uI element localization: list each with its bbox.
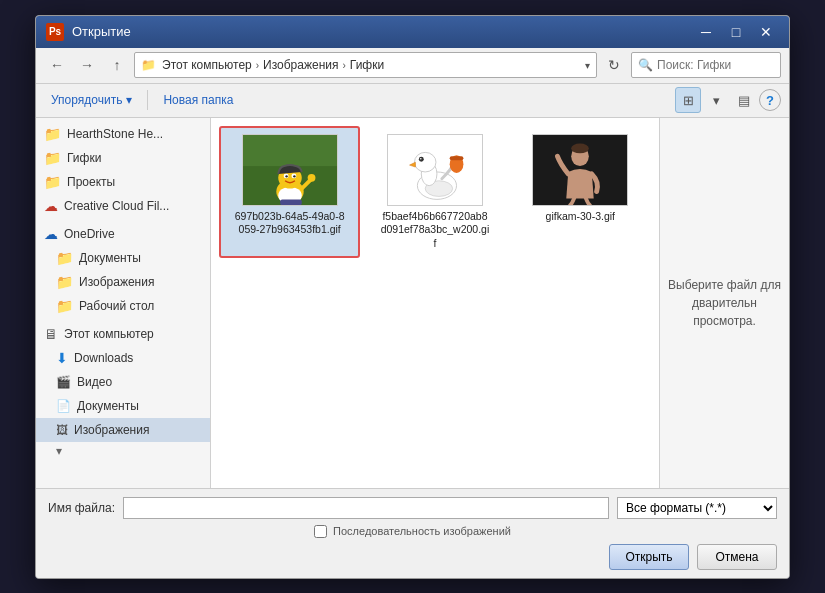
onedrive-icon: ☁ <box>44 226 58 242</box>
breadcrumb[interactable]: 📁 Этот компьютер › Изображения › Гифки ▾ <box>134 52 597 78</box>
breadcrumb-item-3[interactable]: Гифки <box>350 58 384 72</box>
dialog-wrapper: Ps Открытие ─ □ ✕ ← → ↑ 📁 Этот компьютер… <box>35 15 790 579</box>
folder-icon: 📁 <box>44 174 61 190</box>
new-folder-button[interactable]: Новая папка <box>156 90 240 110</box>
open-button[interactable]: Открыть <box>609 544 689 570</box>
folder-icon: 📁 <box>56 250 73 266</box>
action-separator <box>147 90 148 110</box>
button-row: Открыть Отмена <box>48 544 777 570</box>
file-thumbnail-1 <box>242 134 338 206</box>
filename-label: Имя файла: <box>48 501 115 515</box>
breadcrumb-item-1[interactable]: Этот компьютер <box>162 58 252 72</box>
sidebar-item-label: OneDrive <box>64 227 115 241</box>
thumbnail-view-button[interactable]: ⊞ <box>675 87 701 113</box>
details-view-button[interactable]: ▤ <box>731 87 757 113</box>
svg-point-16 <box>414 152 436 172</box>
sequence-label: Последовательность изображений <box>333 525 511 537</box>
creative-cloud-icon: ☁ <box>44 198 58 214</box>
title-bar-controls: ─ □ ✕ <box>693 22 779 42</box>
sidebar-item-hearthstone[interactable]: 📁 HearthStone He... <box>36 122 210 146</box>
filetype-select[interactable]: Все форматы (*.*) <box>617 497 777 519</box>
images-icon: 🖼 <box>56 423 68 437</box>
sidebar-item-label: Проекты <box>67 175 115 189</box>
sidebar-item-images-pc[interactable]: 🖼 Изображения <box>36 418 210 442</box>
file-item-3[interactable]: gifkam-30-3.gif <box>510 126 651 259</box>
filename-row: Имя файла: Все форматы (*.*) <box>48 497 777 519</box>
folder-icon: 📁 <box>44 150 61 166</box>
back-button[interactable]: ← <box>44 52 70 78</box>
maximize-button[interactable]: □ <box>723 22 749 42</box>
file-item-2[interactable]: f5baef4b6b667720ab8d091ef78a3bc_w200.gif <box>364 126 505 259</box>
close-button[interactable]: ✕ <box>753 22 779 42</box>
sidebar: 📁 HearthStone He... 📁 Гифки 📁 Проекты ☁ … <box>36 118 211 488</box>
svg-rect-20 <box>450 156 464 160</box>
download-icon: ⬇ <box>56 350 68 366</box>
ps-icon: Ps <box>46 23 64 41</box>
open-dialog: Ps Открытие ─ □ ✕ ← → ↑ 📁 Этот компьютер… <box>35 15 790 579</box>
file-item-1[interactable]: 697b023b-64a5-49a0-8059-27b963453fb1.gif <box>219 126 360 259</box>
help-button[interactable]: ? <box>759 89 781 111</box>
minimize-button[interactable]: ─ <box>693 22 719 42</box>
docs-icon: 📄 <box>56 399 71 413</box>
sidebar-item-label: Этот компьютер <box>64 327 154 341</box>
organize-button[interactable]: Упорядочить ▾ <box>44 90 139 110</box>
svg-point-9 <box>293 175 295 177</box>
sidebar-item-projects[interactable]: 📁 Проекты <box>36 170 210 194</box>
checkbox-row: Последовательность изображений <box>48 525 777 538</box>
file-name-3: gifkam-30-3.gif <box>546 210 615 224</box>
sidebar-item-creative-cloud[interactable]: ☁ Creative Cloud Fil... <box>36 194 210 218</box>
filename-input[interactable] <box>123 497 609 519</box>
view-controls: ⊞ ▾ ▤ ? <box>675 87 781 113</box>
file-thumbnail-3 <box>532 134 628 206</box>
folder-icon: 📁 <box>44 126 61 142</box>
svg-point-23 <box>572 143 590 153</box>
action-bar: Упорядочить ▾ Новая папка ⊞ ▾ ▤ ? <box>36 84 789 118</box>
sidebar-item-label: Документы <box>79 251 141 265</box>
title-bar: Ps Открытие ─ □ ✕ <box>36 16 789 48</box>
folder-icon: 📁 <box>56 298 73 314</box>
folder-icon: 📁 <box>56 274 73 290</box>
svg-point-8 <box>285 175 287 177</box>
sequence-checkbox[interactable] <box>314 525 327 538</box>
svg-point-18 <box>420 157 422 159</box>
sidebar-item-label: Гифки <box>67 151 101 165</box>
sidebar-item-label: Документы <box>77 399 139 413</box>
sidebar-item-documents-od[interactable]: 📁 Документы <box>36 246 210 270</box>
sidebar-item-gifki[interactable]: 📁 Гифки <box>36 146 210 170</box>
view-dropdown-button[interactable]: ▾ <box>703 87 729 113</box>
sidebar-item-desktop-od[interactable]: 📁 Рабочий стол <box>36 294 210 318</box>
preview-panel: Выберите файл для дварительн просмотра. <box>659 118 789 488</box>
file-thumbnail-2 <box>387 134 483 206</box>
organize-label: Упорядочить <box>51 93 122 107</box>
refresh-button[interactable]: ↻ <box>601 52 627 78</box>
search-icon: 🔍 <box>638 58 653 72</box>
bottom-bar: Имя файла: Все форматы (*.*) Последовате… <box>36 488 789 578</box>
sidebar-item-label: Видео <box>77 375 112 389</box>
sidebar-item-documents-pc[interactable]: 📄 Документы <box>36 394 210 418</box>
sidebar-item-label: Изображения <box>79 275 154 289</box>
sidebar-item-downloads[interactable]: ⬇ Downloads <box>36 346 210 370</box>
breadcrumb-dropdown-arrow[interactable]: ▾ <box>585 60 590 71</box>
breadcrumb-item-2[interactable]: Изображения <box>263 58 338 72</box>
nav-toolbar: ← → ↑ 📁 Этот компьютер › Изображения › Г… <box>36 48 789 84</box>
search-box: 🔍 <box>631 52 781 78</box>
sidebar-item-label: Изображения <box>74 423 149 437</box>
cancel-button[interactable]: Отмена <box>697 544 777 570</box>
search-input[interactable] <box>657 58 774 72</box>
sidebar-item-label: HearthStone He... <box>67 127 163 141</box>
sidebar-item-onedrive[interactable]: ☁ OneDrive <box>36 222 210 246</box>
forward-button[interactable]: → <box>74 52 100 78</box>
sidebar-item-label: Creative Cloud Fil... <box>64 199 169 213</box>
dialog-title: Открытие <box>72 24 693 39</box>
sidebar-item-label: Рабочий стол <box>79 299 154 313</box>
new-folder-label: Новая папка <box>163 93 233 107</box>
video-icon: 🎬 <box>56 375 71 389</box>
up-button[interactable]: ↑ <box>104 52 130 78</box>
sidebar-item-video[interactable]: 🎬 Видео <box>36 370 210 394</box>
sidebar-item-this-pc[interactable]: 🖥 Этот компьютер <box>36 322 210 346</box>
sidebar-item-images-od[interactable]: 📁 Изображения <box>36 270 210 294</box>
breadcrumb-chevron-1: › <box>256 60 259 71</box>
svg-rect-4 <box>280 199 302 205</box>
main-content: 📁 HearthStone He... 📁 Гифки 📁 Проекты ☁ … <box>36 118 789 488</box>
sidebar-item-label: Downloads <box>74 351 133 365</box>
